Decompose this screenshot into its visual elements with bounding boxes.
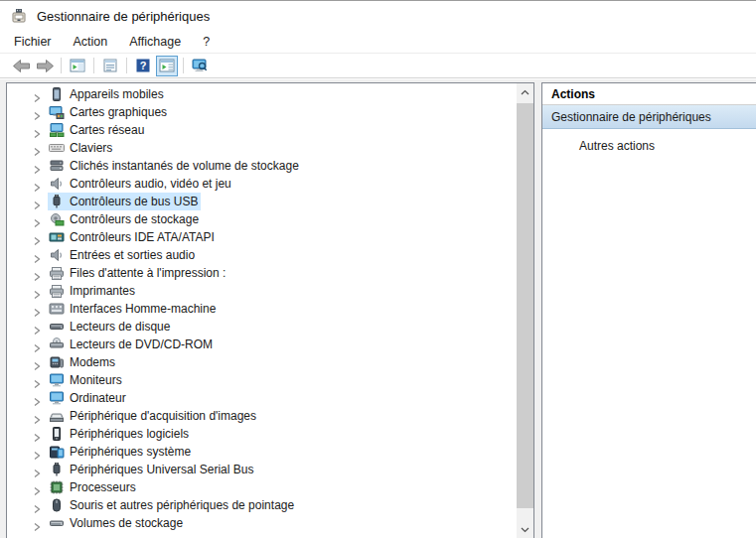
tree-item-content: Périphériques logiciels xyxy=(48,425,192,443)
chevron-right-icon[interactable] xyxy=(32,268,42,278)
tree-item-keyboard[interactable]: Claviers xyxy=(7,139,517,157)
chevron-right-icon[interactable] xyxy=(32,357,42,367)
tree-item-modem[interactable]: Modems xyxy=(7,353,517,371)
tree-item-label: Périphériques Universal Serial Bus xyxy=(70,463,253,476)
tree-item-imaging-device[interactable]: Périphérique d'acquisition d'images xyxy=(7,407,517,425)
tree-item-storage-controller[interactable]: Contrôleurs de stockage xyxy=(7,210,517,228)
forward-button[interactable] xyxy=(34,56,56,76)
chevron-right-icon[interactable] xyxy=(32,482,42,492)
chevron-right-icon[interactable] xyxy=(32,179,42,189)
tree-item-storage-volume[interactable]: Volumes de stockage xyxy=(7,514,517,532)
tree-item-usb-device[interactable]: Périphériques Universal Serial Bus xyxy=(7,461,517,478)
show-action-pane-button[interactable] xyxy=(156,56,178,76)
tree-item-system-device[interactable]: Périphériques système xyxy=(7,443,517,461)
actions-section-device-manager[interactable]: Gestionnaire de périphériques xyxy=(542,105,756,129)
tree-item-monitor[interactable]: Moniteurs xyxy=(7,371,517,389)
device-manager-icon xyxy=(11,8,27,24)
tree-item-processor[interactable]: Processeurs xyxy=(7,478,517,496)
tree-item-content: Périphériques système xyxy=(48,443,194,461)
tree-item-content: Contrôleurs audio, vidéo et jeu xyxy=(48,175,234,193)
menu-bar: Fichier Action Affichage ? xyxy=(0,31,756,54)
show-console-tree-button[interactable] xyxy=(67,56,88,76)
chevron-right-icon[interactable] xyxy=(32,107,42,117)
tree-item-content: Interfaces Homme-machine xyxy=(48,300,219,318)
tree-item-disk-drive[interactable]: Lecteurs de disque xyxy=(7,318,517,336)
tree-item-cdrom-drive[interactable]: Lecteurs de DVD/CD-ROM xyxy=(7,336,517,353)
menu-action[interactable]: Action xyxy=(63,31,119,53)
help-button[interactable]: ? xyxy=(132,56,154,76)
chevron-right-icon[interactable] xyxy=(32,429,42,439)
chevron-right-icon[interactable] xyxy=(32,214,42,224)
tree-item-audio-video-game[interactable]: Contrôleurs audio, vidéo et jeu xyxy=(7,175,517,193)
tree-item-label: Processeurs xyxy=(70,480,136,494)
mouse-icon xyxy=(49,497,65,513)
tree-item-mobile-device[interactable]: Appareils mobiles xyxy=(7,85,517,103)
chevron-right-icon[interactable] xyxy=(32,500,42,510)
chevron-right-icon[interactable] xyxy=(32,89,42,99)
title-bar: Gestionnaire de périphériques xyxy=(0,1,756,31)
tree-item-label: Moniteurs xyxy=(70,373,122,387)
chevron-right-icon[interactable] xyxy=(32,518,42,528)
window-title: Gestionnaire de périphériques xyxy=(37,9,210,24)
tree-item-content: Cartes graphiques xyxy=(48,103,170,121)
chevron-right-icon[interactable] xyxy=(32,197,42,206)
print-queue-icon xyxy=(49,265,65,281)
chevron-right-icon[interactable] xyxy=(32,447,42,457)
tree-item-content: Processeurs xyxy=(48,478,139,496)
chevron-right-icon[interactable] xyxy=(32,322,42,332)
tree-item-storage-snapshot[interactable]: Clichés instantanés de volume de stockag… xyxy=(7,157,517,175)
tree-item-content: Souris et autres périphériques de pointa… xyxy=(48,496,297,514)
vertical-scrollbar[interactable] xyxy=(517,83,533,538)
tree-item-label: Cartes graphiques xyxy=(70,105,167,119)
properties-button[interactable] xyxy=(99,56,121,76)
chevron-right-icon[interactable] xyxy=(32,143,42,153)
tree-item-audio-inputs-outputs[interactable]: Entrées et sorties audio xyxy=(7,246,517,264)
menu-fichier[interactable]: Fichier xyxy=(3,31,63,53)
tree-item-label: Volumes de stockage xyxy=(70,516,183,530)
tree-item-mouse[interactable]: Souris et autres périphériques de pointa… xyxy=(7,496,517,514)
arrow-right-icon xyxy=(36,59,55,73)
back-button[interactable] xyxy=(10,56,32,76)
scroll-down-button[interactable] xyxy=(517,521,533,538)
chevron-right-icon[interactable] xyxy=(32,411,42,421)
scroll-up-button[interactable] xyxy=(517,83,533,100)
tree-item-computer[interactable]: Ordinateur xyxy=(7,389,517,407)
tree-item-ide-controller[interactable]: Contrôleurs IDE ATA/ATAPI xyxy=(7,228,517,246)
autres-actions[interactable]: Autres actions xyxy=(542,139,756,153)
chevron-right-icon[interactable] xyxy=(32,125,42,135)
chevron-right-icon[interactable] xyxy=(32,250,42,260)
chevron-right-icon[interactable] xyxy=(32,465,42,474)
help-icon: ? xyxy=(135,58,151,73)
actions-pane: Actions Gestionnaire de périphériques Au… xyxy=(541,82,756,538)
action-pane-icon xyxy=(159,58,175,73)
tree-item-graphics-card[interactable]: Cartes graphiques xyxy=(7,103,517,121)
tree-item-label: Imprimantes xyxy=(70,284,135,298)
menu-help[interactable]: ? xyxy=(192,31,221,53)
tree-item-print-queue[interactable]: Files d'attente à l'impression : xyxy=(7,264,517,282)
tree-item-content: Clichés instantanés de volume de stockag… xyxy=(48,157,302,175)
chevron-right-icon[interactable] xyxy=(32,232,42,242)
chevron-right-icon[interactable] xyxy=(32,286,42,296)
tree-item-usb-controller[interactable]: Contrôleurs de bus USB xyxy=(7,193,517,210)
chevron-right-icon[interactable] xyxy=(32,304,42,314)
device-tree-pane: Appareils mobilesCartes graphiquesCartes… xyxy=(6,82,534,538)
tree-item-network-adapter[interactable]: Cartes réseau xyxy=(7,121,517,139)
content-area: Appareils mobilesCartes graphiquesCartes… xyxy=(0,79,756,538)
scrollbar-thumb[interactable] xyxy=(517,103,533,508)
chevron-right-icon[interactable] xyxy=(32,393,42,403)
chevron-right-icon[interactable] xyxy=(32,339,42,349)
toolbar-separator xyxy=(126,58,127,73)
menu-affichage[interactable]: Affichage xyxy=(118,31,192,53)
usb-device-icon xyxy=(49,462,65,477)
tree-item-printer[interactable]: Imprimantes xyxy=(7,282,517,300)
arrow-left-icon xyxy=(12,59,31,73)
chevron-right-icon[interactable] xyxy=(32,375,42,385)
tree-item-content: Ordinateur xyxy=(48,389,129,407)
tree-item-content: Périphériques Universal Serial Bus xyxy=(48,461,256,478)
network-adapter-icon xyxy=(49,122,65,138)
chevron-right-icon[interactable] xyxy=(32,161,42,171)
tree-item-software-device[interactable]: Périphériques logiciels xyxy=(7,425,517,443)
tree-item-hid-device[interactable]: Interfaces Homme-machine xyxy=(7,300,517,318)
tree-item-label: Périphériques système xyxy=(70,445,191,459)
scan-hardware-changes-button[interactable] xyxy=(189,56,211,76)
